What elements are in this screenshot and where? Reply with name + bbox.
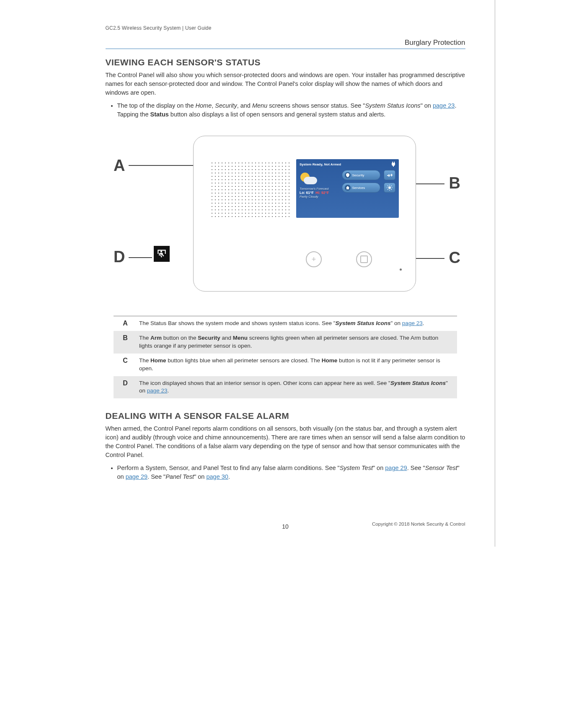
text: Sensor Test bbox=[425, 465, 457, 471]
section-title: Burglary Protection bbox=[405, 39, 465, 46]
svg-line-6 bbox=[391, 189, 392, 190]
text: System Test bbox=[340, 465, 373, 471]
link-page-29[interactable]: page 29 bbox=[385, 465, 407, 471]
text: System Status Icons bbox=[390, 380, 446, 386]
link-page-23[interactable]: page 23 bbox=[433, 102, 455, 109]
text: " on bbox=[373, 465, 385, 471]
text: System Status Icons bbox=[365, 102, 420, 109]
arm-button[interactable] bbox=[384, 170, 395, 180]
text: The top of the display on the bbox=[117, 102, 196, 109]
screen-body: Tomorrow's Forecast Lo: 61°F Hi: 92°F Pa… bbox=[300, 170, 395, 199]
callout-label-b: B bbox=[449, 174, 460, 192]
brightness-button[interactable] bbox=[384, 183, 395, 193]
emergency-button[interactable]: + bbox=[306, 251, 322, 267]
text: . bbox=[228, 473, 230, 480]
page-footer: 10 Copyright © 2018 Nortek Security & Co… bbox=[106, 523, 465, 530]
legend-row-b: B The Arm button on the Security and Men… bbox=[114, 331, 457, 354]
status-bar: System Ready, Not Armed bbox=[300, 162, 395, 167]
services-button[interactable]: Services bbox=[342, 183, 381, 193]
heading-viewing-sensor-status: VIEWING EACH SENSOR'S STATUS bbox=[106, 57, 465, 67]
bullet-list-1: The top of the display on the Home, Secu… bbox=[117, 101, 465, 119]
security-button[interactable]: Security bbox=[342, 170, 381, 180]
security-button-label: Security bbox=[352, 173, 364, 177]
text: " on bbox=[391, 320, 402, 326]
link-page-23[interactable]: page 23 bbox=[147, 387, 168, 394]
text: , and bbox=[237, 102, 252, 109]
services-button-label: Services bbox=[352, 186, 365, 190]
hi-value: 92°F bbox=[321, 191, 329, 195]
legend-text-a: The Status Bar shows the system mode and… bbox=[137, 316, 457, 331]
cloud-icon bbox=[304, 177, 317, 184]
svg-line-8 bbox=[391, 186, 392, 186]
link-page-23[interactable]: page 23 bbox=[402, 320, 423, 326]
running-header: GC2.5 Wireless Security System | User Gu… bbox=[106, 25, 465, 31]
text: Menu bbox=[252, 102, 267, 109]
text: " on bbox=[194, 473, 206, 480]
text: button on the bbox=[162, 335, 198, 341]
legend-letter: D bbox=[114, 376, 137, 390]
house-icon bbox=[345, 185, 351, 191]
forecast-label: Tomorrow's Forecast bbox=[300, 187, 338, 191]
bullet-item-1: The top of the display on the Home, Secu… bbox=[117, 101, 465, 119]
text: The icon displayed shows that an interio… bbox=[139, 380, 390, 386]
arm-icon bbox=[386, 173, 393, 178]
text: The Status Bar shows the system mode and… bbox=[139, 320, 336, 326]
legend-letter: C bbox=[114, 354, 137, 368]
legend-text-c: The Home button lights blue when all per… bbox=[137, 354, 457, 376]
motion-sensor-icon bbox=[154, 246, 170, 262]
person-motion-icon bbox=[156, 248, 167, 259]
figure-legend-table: A The Status Bar shows the system mode a… bbox=[114, 316, 457, 398]
text: button also displays a list of open sens… bbox=[169, 111, 385, 118]
hi-label: Hi: bbox=[315, 191, 321, 195]
page: GC2.5 Wireless Security System | User Gu… bbox=[76, 0, 495, 547]
text: Status bbox=[150, 111, 169, 118]
section-title-bar: Burglary Protection bbox=[106, 39, 465, 49]
text: Perform a System, Sensor, and Panel Test… bbox=[117, 465, 340, 471]
leader-line bbox=[129, 257, 152, 258]
text: Home bbox=[322, 357, 338, 364]
control-panel-screen: System Ready, Not Armed Tomorrow's Forec… bbox=[296, 159, 399, 218]
status-text: System Ready, Not Armed bbox=[300, 163, 341, 166]
link-page-29[interactable]: page 29 bbox=[126, 473, 147, 480]
legend-text-d: The icon displayed shows that an interio… bbox=[137, 376, 457, 399]
control-panel-device: System Ready, Not Armed Tomorrow's Forec… bbox=[193, 136, 416, 292]
callout-label-d: D bbox=[114, 248, 125, 266]
text: The bbox=[139, 335, 150, 341]
svg-point-0 bbox=[388, 186, 391, 189]
text: " on bbox=[421, 102, 433, 109]
power-plug-icon bbox=[391, 162, 395, 167]
home-button[interactable] bbox=[356, 251, 372, 267]
plus-icon: + bbox=[312, 255, 316, 264]
lo-value: 61°F bbox=[306, 191, 314, 195]
home-icon bbox=[360, 256, 368, 263]
legend-letter: B bbox=[114, 331, 137, 345]
intro-paragraph-1: The Control Panel will also show you whi… bbox=[106, 71, 465, 97]
text: System Status Icons bbox=[336, 320, 391, 326]
bullet-item-2: Perform a System, Sensor, and Panel Test… bbox=[117, 464, 465, 481]
text: Security bbox=[198, 335, 220, 341]
speaker-grille bbox=[210, 161, 290, 218]
text: button lights blue when all perimeter se… bbox=[166, 357, 322, 364]
legend-text-b: The Arm button on the Security and Menu … bbox=[137, 331, 457, 354]
text: Home bbox=[150, 357, 166, 364]
link-page-30[interactable]: page 30 bbox=[206, 473, 228, 480]
legend-row-d: D The icon displayed shows that an inter… bbox=[114, 376, 457, 399]
heading-false-alarm: DEALING WITH A SENSOR FALSE ALARM bbox=[106, 411, 465, 421]
shield-icon bbox=[345, 172, 351, 178]
legend-row-c: C The Home button lights blue when all p… bbox=[114, 354, 457, 376]
bullet-list-2: Perform a System, Sensor, and Panel Test… bbox=[117, 464, 465, 481]
callout-label-c: C bbox=[449, 249, 460, 267]
intro-paragraph-2: When armed, the Control Panel reports al… bbox=[106, 424, 465, 460]
text: screens shows sensor status. See " bbox=[267, 102, 365, 109]
legend-letter: A bbox=[114, 316, 137, 330]
text: Menu bbox=[233, 335, 248, 341]
screen-button-column: Security Services bbox=[342, 170, 381, 199]
lo-label: Lo: bbox=[300, 191, 306, 195]
text: Security bbox=[215, 102, 237, 109]
text: . bbox=[168, 387, 169, 394]
svg-line-5 bbox=[388, 186, 388, 186]
text: Arm bbox=[150, 335, 162, 341]
microphone-dot bbox=[400, 268, 402, 271]
legend-row-a: A The Status Bar shows the system mode a… bbox=[114, 316, 457, 331]
forecast-condition: Partly Cloudy bbox=[300, 195, 338, 199]
